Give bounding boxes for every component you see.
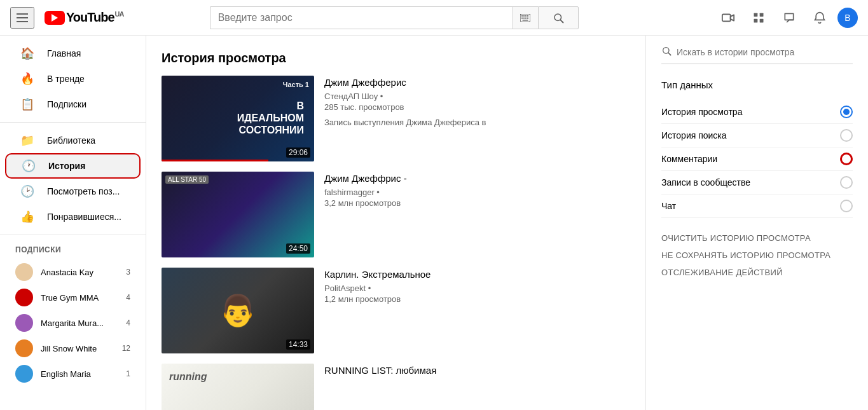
- radio-btn-search-history[interactable]: [840, 129, 853, 142]
- svg-rect-15: [760, 13, 764, 17]
- video-views-1: 285 тыс. просмотров: [324, 102, 630, 112]
- header-right: B: [715, 5, 858, 31]
- liked-icon: 👍: [20, 210, 34, 224]
- search-bar: [210, 6, 579, 29]
- sidebar-label-liked: Понравившиеся...: [47, 212, 125, 222]
- thumb-person-3: 👨: [219, 293, 257, 329]
- video-item-2[interactable]: ALL STAR 50 24:50 Джим Джеффрис - falshi…: [162, 172, 630, 257]
- trending-icon: 🔥: [20, 72, 34, 86]
- video-duration-3: 14:33: [286, 339, 310, 350]
- sidebar-item-history[interactable]: 🕐 История: [5, 153, 141, 179]
- keyboard-icon: [520, 14, 530, 22]
- sub-count-english: 1: [126, 369, 130, 378]
- video-item-4[interactable]: running RUNNING LIST: любимая: [162, 364, 630, 410]
- main-content: История просмотра ВИДЕАЛЬНОМСОСТОЯНИИ Ча…: [146, 36, 645, 410]
- video-duration-2: 24:50: [286, 243, 310, 254]
- action-links: ОЧИСТИТЬ ИСТОРИЮ ПРОСМОТРА НЕ СОХРАНЯТЬ …: [661, 233, 853, 277]
- svg-line-19: [668, 53, 671, 55]
- radio-label-comments: Комментарии: [661, 154, 717, 164]
- sidebar-divider-2: [0, 235, 146, 235]
- hamburger-button[interactable]: [10, 7, 34, 29]
- svg-rect-3: [525, 15, 527, 17]
- video-item-3[interactable]: 👨 14:33 Карлин. Экстремальное PolitAspek…: [162, 268, 630, 353]
- video-thumb-2: ALL STAR 50 24:50: [162, 172, 314, 257]
- radio-item-community[interactable]: Записи в сообществе: [661, 171, 853, 195]
- video-views-2: 3,2 млн просмотров: [324, 198, 630, 208]
- search-input[interactable]: [210, 6, 513, 29]
- clear-history-link[interactable]: ОЧИСТИТЬ ИСТОРИЮ ПРОСМОТРА: [661, 233, 853, 243]
- sub-truegym[interactable]: True Gym MMA 4: [0, 285, 146, 310]
- radio-btn-chat[interactable]: [840, 200, 853, 212]
- avatar-button[interactable]: B: [837, 8, 858, 28]
- video-title-2: Джим Джеффрис -: [324, 172, 630, 185]
- home-icon: 🏠: [20, 46, 34, 60]
- body: 🏠 Главная 🔥 В тренде 📋 Подписки 📁 Библио…: [0, 36, 868, 410]
- radio-btn-watch-history[interactable]: [840, 106, 853, 118]
- manage-activity-link[interactable]: ОТСЛЕЖИВАНИЕ ДЕЙСТВИЙ: [661, 268, 853, 277]
- video-thumb-3: 👨 14:33: [162, 268, 314, 353]
- chat-button[interactable]: [776, 5, 802, 31]
- sub-anastacia[interactable]: Anastacia Kay 3: [0, 259, 146, 285]
- logo[interactable]: YouTubeUA: [45, 10, 123, 25]
- pause-history-link[interactable]: НЕ СОХРАНЯТЬ ИСТОРИЮ ПРОСМОТРА: [661, 250, 853, 260]
- radio-item-chat[interactable]: Чат: [661, 195, 853, 218]
- video-title-1: Джим Джефферис: [324, 76, 630, 89]
- progress-bar-1: [162, 160, 268, 161]
- video-info-2: Джим Джеффрис - falshirmagger • 3,2 млн …: [324, 172, 630, 257]
- video-camera-icon: [721, 11, 735, 25]
- thumb-text-4: running: [169, 371, 207, 383]
- video-channel-1: СтендАП Шоу •: [324, 92, 630, 101]
- video-title-4: RUNNING LIST: любимая: [324, 364, 630, 377]
- sidebar-item-subscriptions[interactable]: 📋 Подписки: [5, 92, 141, 117]
- sub-jill[interactable]: Jill Snow White 12: [0, 336, 146, 361]
- history-search-input[interactable]: [677, 47, 853, 57]
- svg-rect-17: [760, 18, 764, 22]
- logo-text: YouTubeUA: [66, 10, 123, 25]
- search-button[interactable]: [538, 6, 579, 29]
- sub-avatar-truegym: [15, 289, 33, 306]
- sub-avatar-anastacia: [15, 263, 33, 281]
- radio-item-watch-history[interactable]: История просмотра: [661, 100, 853, 124]
- sidebar-item-library[interactable]: 📁 Библиотека: [5, 128, 141, 153]
- video-channel-2: falshirmagger •: [324, 188, 630, 197]
- search-icon: [553, 12, 564, 24]
- library-icon: 📁: [20, 133, 34, 147]
- radio-label-chat: Чат: [661, 201, 676, 211]
- keyboard-button[interactable]: [513, 6, 538, 29]
- video-info-4: RUNNING LIST: любимая: [324, 364, 630, 410]
- sidebar-item-trending[interactable]: 🔥 В тренде: [5, 66, 141, 92]
- history-icon: 🕐: [22, 159, 36, 173]
- part-label-1: Часть 1: [283, 81, 309, 88]
- sidebar-item-watch-later[interactable]: 🕑 Посмотреть поз...: [5, 179, 141, 204]
- sub-count-jill: 12: [122, 344, 130, 353]
- data-type-title: Тип данных: [661, 79, 853, 90]
- radio-btn-comments[interactable]: [840, 153, 853, 165]
- sub-name-anastacia: Anastacia Kay: [41, 268, 118, 277]
- sub-english[interactable]: English Maria 1: [0, 361, 146, 386]
- sub-count-anastacia: 3: [126, 268, 130, 277]
- video-channel-3: PolitAspekt •: [324, 284, 630, 293]
- apps-button[interactable]: [746, 5, 771, 31]
- create-button[interactable]: [715, 5, 741, 31]
- subscriptions-section-title: ПОДПИСКИ: [0, 240, 146, 259]
- svg-rect-7: [525, 17, 527, 18]
- sub-margarita[interactable]: Margarita Mura... 4: [0, 310, 146, 336]
- radio-btn-community[interactable]: [840, 176, 853, 189]
- history-search-bar: [661, 46, 853, 64]
- sidebar-label-history: История: [48, 161, 124, 171]
- sidebar-label-library: Библиотека: [47, 135, 125, 146]
- thumb-text-2: ALL STAR 50: [165, 175, 209, 184]
- radio-label-watch-history: История просмотра: [661, 107, 742, 117]
- notifications-button[interactable]: [807, 5, 832, 31]
- chat-icon: [783, 11, 796, 24]
- sidebar-item-liked[interactable]: 👍 Понравившиеся...: [5, 204, 141, 229]
- sidebar-label-watch-later: Посмотреть поз...: [47, 186, 125, 196]
- video-views-3: 1,2 млн просмотров: [324, 294, 630, 304]
- svg-rect-12: [722, 14, 731, 21]
- sidebar-item-home[interactable]: 🏠 Главная: [5, 41, 141, 66]
- radio-item-comments[interactable]: Комментарии: [661, 147, 853, 171]
- video-item-1[interactable]: ВИДЕАЛЬНОМСОСТОЯНИИ Часть 1 29:06 Джим Д…: [162, 76, 630, 161]
- sub-name-jill: Jill Snow White: [41, 344, 114, 353]
- radio-item-search-history[interactable]: История поиска: [661, 124, 853, 147]
- svg-rect-2: [523, 15, 525, 17]
